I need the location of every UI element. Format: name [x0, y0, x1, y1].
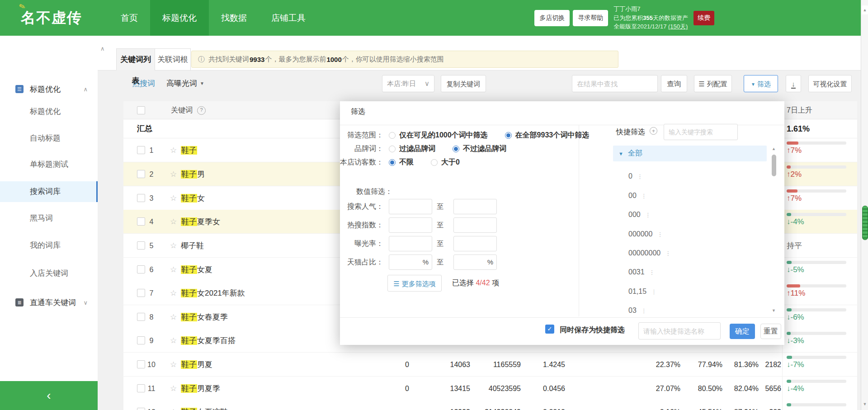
star-icon[interactable]: ☆: [170, 138, 177, 162]
keyword-text[interactable]: 鞋子: [181, 138, 197, 162]
row-checkbox[interactable]: [137, 384, 145, 392]
sidebar-collapse-button[interactable]: ‹: [0, 381, 98, 410]
exposure-rate-max-input[interactable]: [453, 236, 497, 251]
radio-no-filter-brand[interactable]: 不过滤品牌词: [453, 144, 506, 154]
exposure-rate-min-input[interactable]: [389, 236, 432, 251]
row-checkbox[interactable]: [137, 146, 145, 154]
filter-button[interactable]: ▼筛选: [744, 75, 778, 92]
kebab-menu-icon[interactable]: ⋮: [645, 212, 651, 218]
quick-filter-item[interactable]: 0⋮: [628, 171, 643, 182]
star-icon[interactable]: ☆: [170, 400, 177, 410]
quick-filter-group-all[interactable]: ▼ 全部: [613, 146, 767, 161]
row-checkbox[interactable]: [137, 336, 145, 344]
star-icon[interactable]: ☆: [170, 377, 177, 401]
quick-filter-search-input[interactable]: [664, 124, 738, 140]
quick-filter-item[interactable]: 00000000⋮: [628, 248, 671, 259]
keyword-text[interactable]: 鞋子男夏: [181, 353, 212, 377]
quick-list-scrollbar-thumb[interactable]: [772, 155, 776, 176]
kebab-menu-icon[interactable]: ⋮: [641, 307, 647, 314]
sidebar-item-store-entry-keywords[interactable]: 入店关键词: [0, 263, 98, 284]
row-checkbox[interactable]: [137, 289, 145, 297]
query-button[interactable]: 查询: [661, 75, 687, 92]
select-all-checkbox[interactable]: [137, 106, 145, 114]
star-icon[interactable]: ☆: [170, 329, 177, 353]
sidebar-group-title-optimize[interactable]: ☰ 标题优化 ∧: [0, 79, 98, 99]
confirm-button[interactable]: 确定: [730, 324, 755, 339]
sidebar-item-single-title-test[interactable]: 单标题测试: [0, 154, 98, 175]
nav-find-data[interactable]: 找数据: [209, 0, 259, 36]
collapse-up-icon[interactable]: ∧: [100, 45, 105, 52]
row-checkbox[interactable]: [137, 360, 145, 368]
quick-filter-item[interactable]: 000⋮: [628, 209, 651, 220]
keyword-text[interactable]: 鞋子女夏: [181, 258, 212, 282]
star-icon[interactable]: ☆: [170, 234, 177, 258]
row-checkbox[interactable]: [137, 217, 145, 226]
nav-shop-tools[interactable]: 店铺工具: [259, 0, 318, 36]
help-button[interactable]: 寻求帮助: [573, 10, 608, 26]
multi-shop-button[interactable]: 多店切换: [534, 10, 570, 26]
star-icon[interactable]: ☆: [170, 162, 177, 186]
quick-filter-item[interactable]: 00⋮: [628, 190, 647, 201]
kebab-menu-icon[interactable]: ⋮: [651, 288, 657, 295]
sidebar-item-auto-title[interactable]: 自动标题: [0, 128, 98, 149]
quick-filter-item[interactable]: 03⋮: [628, 305, 647, 316]
search-popularity-min-input[interactable]: [389, 199, 432, 214]
nav-title-optimize[interactable]: 标题优化: [150, 0, 209, 36]
quick-filter-item[interactable]: 000000⋮: [628, 229, 663, 240]
kebab-menu-icon[interactable]: ⋮: [657, 231, 663, 238]
more-filters-button[interactable]: ☰更多筛选项: [387, 275, 442, 292]
shop-date-select[interactable]: 本店:昨日∨: [382, 75, 434, 92]
page-scrollbar[interactable]: ▲ ▼: [861, 0, 868, 410]
remaining-days-link[interactable]: (150天): [668, 23, 688, 30]
chevron-down-icon[interactable]: ∨: [83, 299, 88, 306]
reset-button[interactable]: 重置: [760, 324, 781, 339]
sidebar-item-my-word-library[interactable]: 我的词库: [0, 235, 98, 256]
renew-button[interactable]: 续费: [693, 11, 714, 25]
star-icon[interactable]: ☆: [170, 258, 177, 282]
radio-scope-all-9933[interactable]: 在全部9933个词中筛选: [505, 131, 590, 140]
question-icon[interactable]: ?: [197, 106, 206, 115]
hot-search-index-min-input[interactable]: [389, 217, 432, 233]
search-in-results-input[interactable]: [572, 75, 658, 92]
save-as-quick-filter-checkbox[interactable]: ✓: [545, 325, 554, 334]
kebab-menu-icon[interactable]: ⋮: [637, 173, 643, 180]
radio-visitors-gt0[interactable]: 大于0: [431, 158, 460, 167]
keyword-text[interactable]: 鞋子女: [181, 186, 205, 210]
keyword-text[interactable]: 鞋子女夏凉鞋: [181, 400, 228, 410]
star-icon[interactable]: ☆: [170, 186, 177, 210]
quick-filter-item[interactable]: 0031⋮: [628, 267, 655, 278]
sidebar-item-dark-horse-words[interactable]: 黑马词: [0, 208, 98, 229]
row-checkbox[interactable]: [137, 170, 145, 178]
page-scrollbar-thumb[interactable]: [862, 206, 868, 240]
quick-filter-item[interactable]: 01,15⋮: [628, 286, 657, 297]
nav-home[interactable]: 首页: [108, 0, 150, 36]
kebab-menu-icon[interactable]: ⋮: [665, 250, 671, 257]
tab-keyword-list[interactable]: 关键词列表: [116, 48, 155, 71]
keyword-text[interactable]: 鞋子夏季女: [181, 210, 220, 234]
download-button[interactable]: ↓: [786, 75, 801, 92]
radio-visitors-unlimited[interactable]: 不限: [389, 158, 414, 167]
radio-scope-visible-1000[interactable]: 仅在可见的1000个词中筛选: [389, 131, 488, 140]
keyword-text[interactable]: 鞋子女夏季百搭: [181, 329, 236, 353]
sidebar-item-search-word-library[interactable]: 搜索词库: [0, 181, 98, 202]
keyword-text[interactable]: 鞋子女2021年新款: [181, 281, 245, 305]
chevron-up-icon[interactable]: ∧: [83, 86, 88, 93]
star-icon[interactable]: ☆: [170, 353, 177, 377]
keyword-text[interactable]: 椰子鞋: [181, 234, 204, 258]
quick-list-scroll-up-icon[interactable]: ▲: [770, 146, 777, 151]
row-checkbox[interactable]: [137, 313, 145, 321]
kebab-menu-icon[interactable]: ⋮: [649, 269, 655, 276]
visual-settings-button[interactable]: 可视化设置: [808, 75, 852, 92]
hot-search-index-max-input[interactable]: [453, 217, 497, 233]
scroll-up-icon[interactable]: ▲: [862, 5, 868, 14]
keyword-text[interactable]: 鞋子男: [181, 162, 205, 186]
row-checkbox[interactable]: [137, 194, 145, 202]
quick-list-scroll-down-icon[interactable]: ▼: [770, 308, 777, 313]
tab-high-exposure-words[interactable]: 高曝光词▼: [166, 75, 204, 92]
sidebar-item-title-optimize[interactable]: 标题优化: [0, 101, 98, 122]
quick-filter-name-input[interactable]: [638, 322, 721, 339]
scroll-down-icon[interactable]: ▼: [862, 402, 868, 406]
star-icon[interactable]: ☆: [170, 305, 177, 329]
column-config-button[interactable]: ☰列配置: [694, 75, 732, 92]
row-checkbox[interactable]: [137, 241, 145, 250]
